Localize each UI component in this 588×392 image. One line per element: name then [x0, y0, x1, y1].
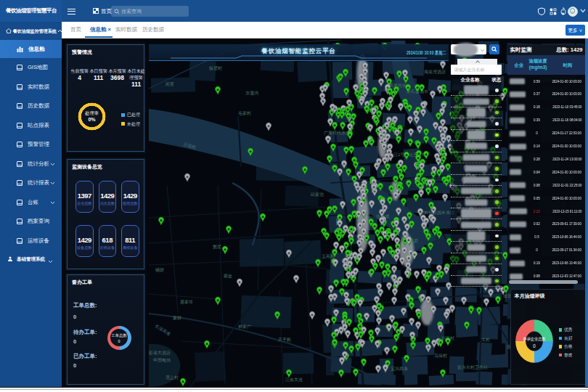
svg-text:紫金: 紫金	[223, 273, 232, 278]
svg-text:邱家浩: 邱家浩	[310, 192, 324, 197]
svg-text:0: 0	[533, 343, 536, 348]
svg-text:江南大道: 江南大道	[285, 377, 303, 382]
svg-text:黑上村: 黑上村	[166, 375, 179, 380]
svg-text:富兴市村卫生社: 富兴市村卫生社	[457, 364, 488, 370]
svg-text:毛家村: 毛家村	[238, 110, 251, 116]
svg-text:海泉湾酒店: 海泉湾酒店	[424, 69, 446, 75]
svg-text:参评企业总数: 参评企业总数	[523, 336, 546, 340]
svg-text:广厦时代水岸: 广厦时代水岸	[324, 130, 350, 136]
svg-text:闲置: 闲置	[166, 82, 174, 87]
svg-text:马保村: 马保村	[434, 354, 447, 359]
svg-text:唐家埠: 唐家埠	[180, 299, 193, 305]
svg-text:天子殿: 天子殿	[278, 337, 291, 343]
svg-text:大村: 大村	[481, 337, 490, 343]
svg-text:宝兴商务: 宝兴商务	[391, 366, 408, 371]
svg-text:林家广: 林家广	[237, 324, 251, 329]
svg-text:五苑村: 五苑村	[322, 254, 335, 259]
svg-text:中国电信: 中国电信	[153, 358, 171, 363]
svg-text:繁星: 繁星	[213, 245, 221, 249]
svg-text:躲壁村: 躲壁村	[209, 65, 222, 71]
svg-text:水漫沟: 水漫沟	[245, 90, 258, 96]
svg-text:影泰大酒店: 影泰大酒店	[149, 350, 171, 356]
svg-text:蒙鼓: 蒙鼓	[173, 316, 181, 320]
svg-text:钢鼓: 钢鼓	[155, 267, 164, 272]
